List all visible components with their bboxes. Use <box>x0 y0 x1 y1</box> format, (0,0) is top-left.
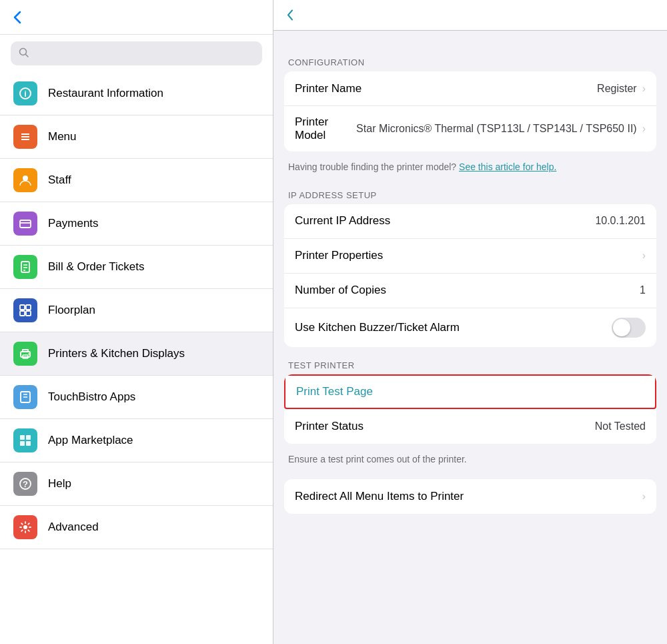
sidebar-item-label-payments: Payments <box>48 217 99 230</box>
left-header <box>0 0 273 35</box>
chevron-icon-printer-properties: › <box>642 250 646 262</box>
right-content: CONFIGURATIONPrinter NameRegister›Printe… <box>273 31 667 531</box>
row-printer-properties[interactable]: Printer Properties› <box>284 239 656 274</box>
sidebar-item-marketplace[interactable]: App Marketplace <box>0 419 273 462</box>
svg-text:i: i <box>24 89 27 99</box>
svg-rect-26 <box>20 441 25 446</box>
right-back-button[interactable] <box>287 9 296 21</box>
toggle-thumb-kitchen-buzzer <box>613 319 630 336</box>
svg-rect-27 <box>26 441 31 446</box>
advanced-icon <box>13 515 37 539</box>
row-label-print-test: Print Test Page <box>296 385 644 398</box>
restaurant-icon: i <box>13 81 37 105</box>
help-link-configuration[interactable]: See this article for help. <box>459 162 556 172</box>
chevron-icon-printer-name: › <box>642 83 646 95</box>
sidebar-item-menu[interactable]: Menu <box>0 115 273 159</box>
sidebar-item-label-menu: Menu <box>48 130 77 143</box>
touchbistro-icon <box>13 385 37 409</box>
row-printer-status: Printer StatusNot Tested <box>284 409 656 444</box>
svg-rect-25 <box>26 435 31 440</box>
right-panel: CONFIGURATIONPrinter NameRegister›Printe… <box>273 0 667 644</box>
row-num-copies: Number of Copies1 <box>284 274 656 308</box>
sidebar-item-help[interactable]: ?Help <box>0 462 273 506</box>
row-value-num-copies: 1 <box>640 284 646 296</box>
help-text-test-printer: Ensure a test print comes out of the pri… <box>284 448 656 469</box>
row-label-kitchen-buzzer: Use Kitchen Buzzer/Ticket Alarm <box>295 321 612 334</box>
row-value-printer-name: Register <box>597 83 637 95</box>
sidebar-item-label-restaurant: Restaurant Information <box>48 87 163 100</box>
row-label-printer-model: Printer Model <box>295 115 356 142</box>
sidebar-item-floorplan[interactable]: Floorplan <box>0 289 273 332</box>
toggle-kitchen-buzzer[interactable] <box>612 318 646 338</box>
left-panel: iRestaurant InformationMenuStaffPayments… <box>0 0 273 644</box>
svg-text:?: ? <box>23 479 28 489</box>
sidebar-item-label-touchbistro: TouchBistro Apps <box>48 390 135 404</box>
svg-rect-8 <box>20 220 31 228</box>
row-printer-name[interactable]: Printer NameRegister› <box>284 71 656 106</box>
row-label-redirect-menu: Redirect All Menu Items to Printer <box>295 490 637 503</box>
row-label-num-copies: Number of Copies <box>295 284 640 297</box>
help-text-configuration: Having trouble finding the printer model… <box>284 155 656 177</box>
row-print-test[interactable]: Print Test Page <box>284 374 656 409</box>
svg-point-7 <box>23 176 28 181</box>
sidebar-item-label-staff: Staff <box>48 174 71 187</box>
search-input[interactable] <box>33 47 254 60</box>
marketplace-icon <box>13 428 37 452</box>
svg-rect-24 <box>20 435 25 440</box>
sidebar-item-staff[interactable]: Staff <box>0 159 273 202</box>
chevron-icon-printer-model: › <box>642 123 646 135</box>
section-label-test-printer: TEST PRINTER <box>284 360 656 374</box>
svg-line-1 <box>26 55 29 57</box>
row-printer-model[interactable]: Printer ModelStar Micronics® Thermal (TS… <box>284 106 656 151</box>
printers-icon <box>13 342 37 366</box>
svg-rect-15 <box>26 305 31 310</box>
back-button[interactable] <box>13 11 21 27</box>
section-card-ip-address: Current IP Address10.0.1.201Printer Prop… <box>284 204 656 347</box>
right-header <box>273 0 667 31</box>
sidebar-item-restaurant[interactable]: iRestaurant Information <box>0 72 273 115</box>
floorplan-icon <box>13 298 37 322</box>
sidebar-item-label-printers: Printers & Kitchen Displays <box>48 347 185 360</box>
section-label-configuration: CONFIGURATION <box>284 57 656 71</box>
sidebar-item-touchbistro[interactable]: TouchBistro Apps <box>0 376 273 419</box>
row-value-current-ip: 10.0.1.201 <box>595 215 646 227</box>
row-label-printer-name: Printer Name <box>295 82 597 95</box>
sidebar-item-bill[interactable]: Bill & Order Tickets <box>0 246 273 289</box>
section-label-ip-address: IP ADDRESS SETUP <box>284 190 656 204</box>
svg-rect-17 <box>26 311 31 316</box>
payments-icon <box>13 212 37 236</box>
chevron-icon-redirect-menu: › <box>642 491 646 503</box>
sidebar-item-label-marketplace: App Marketplace <box>48 434 133 447</box>
bill-icon <box>13 255 37 279</box>
row-current-ip: Current IP Address10.0.1.201 <box>284 204 656 239</box>
staff-icon <box>13 168 37 192</box>
row-label-printer-properties: Printer Properties <box>295 249 637 262</box>
sidebar-item-label-help: Help <box>48 477 71 491</box>
row-label-printer-status: Printer Status <box>295 420 595 433</box>
search-icon <box>19 47 29 59</box>
sidebar-item-printers[interactable]: Printers & Kitchen Displays <box>0 332 273 376</box>
row-value-printer-model: Star Micronics® Thermal (TSP113L / TSP14… <box>356 123 637 135</box>
svg-point-30 <box>23 525 27 529</box>
row-value-printer-status: Not Tested <box>595 420 646 432</box>
sidebar-item-label-advanced: Advanced <box>48 521 99 534</box>
nav-list: iRestaurant InformationMenuStaffPayments… <box>0 72 273 644</box>
sidebar-item-payments[interactable]: Payments <box>0 202 273 246</box>
search-bar[interactable] <box>11 41 262 65</box>
sidebar-item-label-floorplan: Floorplan <box>48 304 95 317</box>
svg-rect-16 <box>20 311 25 316</box>
sidebar-item-advanced[interactable]: Advanced <box>0 506 273 549</box>
row-redirect-menu[interactable]: Redirect All Menu Items to Printer› <box>284 479 656 514</box>
sidebar-item-label-bill: Bill & Order Tickets <box>48 260 145 274</box>
menu-icon <box>13 125 37 149</box>
row-label-current-ip: Current IP Address <box>295 214 595 228</box>
section-card-redirect: Redirect All Menu Items to Printer› <box>284 479 656 514</box>
section-card-test-printer: Print Test PagePrinter StatusNot Tested <box>284 374 656 444</box>
svg-point-20 <box>28 354 29 355</box>
help-icon: ? <box>13 472 37 496</box>
svg-rect-14 <box>20 305 25 310</box>
row-kitchen-buzzer[interactable]: Use Kitchen Buzzer/Ticket Alarm <box>284 308 656 347</box>
section-card-configuration: Printer NameRegister›Printer ModelStar M… <box>284 71 656 151</box>
